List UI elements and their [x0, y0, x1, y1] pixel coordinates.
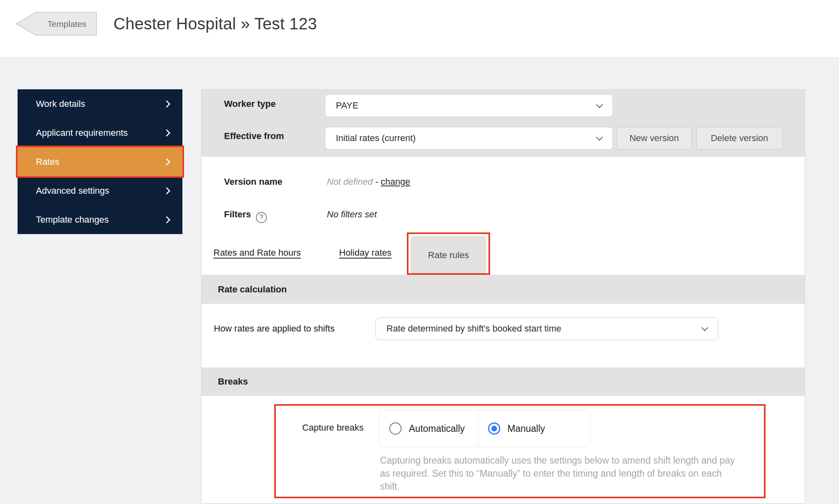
version-name-separator: - [373, 177, 381, 187]
tab-rates-and-rate-hours[interactable]: Rates and Rate hours [213, 248, 301, 258]
sidebar-item-template-changes[interactable]: Template changes [18, 205, 182, 234]
sidebar-item-label: Work details [36, 99, 85, 109]
filters-help-icon[interactable]: ? [256, 212, 267, 223]
sidebar-item-work-details[interactable]: Work details [18, 89, 182, 118]
capture-breaks-help-text: Capturing breaks automatically uses the … [380, 454, 739, 493]
rate-calculation-title: Rate calculation [218, 284, 287, 295]
chevron-down-icon [701, 324, 708, 331]
how-rates-applied-value: Rate determined by shift's booked start … [386, 323, 562, 334]
radio-option-label: Automatically [409, 423, 465, 434]
page-title: Chester Hospital » Test 123 [113, 15, 317, 33]
tab-rate-rules[interactable]: Rate rules [411, 236, 486, 275]
chevron-right-icon [163, 158, 170, 165]
capture-breaks-radio-group: Automatically Manually [379, 410, 590, 447]
sidebar-item-label: Template changes [36, 214, 109, 225]
tab-holiday-rates[interactable]: Holiday rates [339, 248, 391, 258]
templates-back-label: Templates [39, 12, 95, 36]
sidebar-item-label: Advanced settings [36, 186, 109, 196]
chevron-right-icon [163, 129, 170, 136]
version-name-label: Version name [224, 176, 282, 188]
worker-type-select[interactable]: PAYE [325, 94, 613, 117]
chevron-right-icon [163, 100, 170, 107]
effective-from-value: Initial rates (current) [336, 133, 416, 144]
filters-label-row: Filters? [224, 209, 267, 223]
capture-breaks-option-manually[interactable]: Manually [478, 411, 590, 447]
version-name-value-row: Not defined - change [327, 176, 410, 188]
capture-breaks-label: Capture breaks [282, 422, 364, 433]
capture-breaks-option-automatically[interactable]: Automatically [380, 411, 478, 447]
version-name-value: Not defined [327, 177, 373, 187]
chevron-right-icon [163, 216, 170, 223]
chevron-right-icon [163, 187, 170, 194]
sidebar-item-label: Applicant requirements [36, 128, 128, 138]
templates-back-button[interactable]: Templates [16, 12, 97, 36]
how-rates-applied-label: How rates are applied to shifts [214, 323, 335, 334]
effective-from-label: Effective from [224, 130, 284, 142]
sidebar-item-label: Rates [36, 157, 59, 167]
filters-label: Filters [224, 209, 251, 219]
radio-option-label: Manually [508, 423, 545, 434]
radio-selected-icon[interactable] [488, 422, 500, 435]
breaks-section-header: Breaks [202, 367, 805, 396]
worker-type-value: PAYE [336, 100, 358, 111]
how-rates-applied-select[interactable]: Rate determined by shift's booked start … [375, 317, 718, 340]
template-sidebar-nav: Work details Applicant requirements Rate… [18, 89, 182, 234]
chevron-down-icon [596, 101, 603, 108]
sidebar-item-advanced-settings[interactable]: Advanced settings [18, 176, 182, 205]
sidebar-item-applicant-requirements[interactable]: Applicant requirements [18, 118, 182, 147]
new-version-button[interactable]: New version [617, 127, 692, 150]
sidebar-item-rates[interactable]: Rates [18, 147, 182, 176]
worker-type-label: Worker type [224, 98, 276, 110]
rate-calculation-section-header: Rate calculation [202, 275, 805, 304]
rates-panel: Worker type PAYE Effective from Initial … [201, 89, 805, 504]
filters-value: No filters set [327, 209, 377, 220]
breaks-title: Breaks [218, 376, 248, 387]
radio-unselected-icon[interactable] [389, 422, 402, 435]
delete-version-button[interactable]: Delete version [696, 127, 783, 150]
effective-from-select[interactable]: Initial rates (current) [325, 127, 613, 150]
change-version-name-link[interactable]: change [381, 177, 410, 187]
chevron-down-icon [596, 134, 603, 141]
top-header: Templates Chester Hospital » Test 123 [0, 0, 839, 58]
